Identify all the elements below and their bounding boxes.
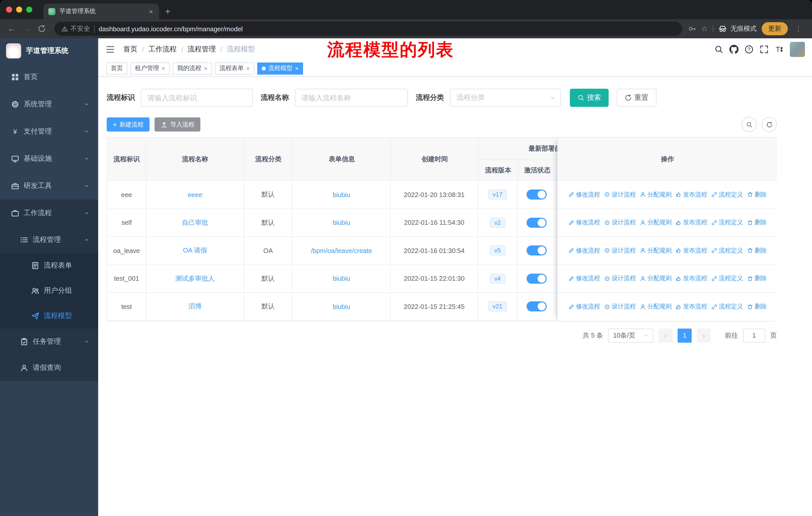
address-bar[interactable]: 不安全 dashboard.yudao.iocoder.cn/bpm/manag… xyxy=(54,22,682,36)
action-definition[interactable]: 流程定义 xyxy=(711,274,743,283)
close-icon[interactable]: × xyxy=(246,65,250,72)
action-delete[interactable]: 删除 xyxy=(747,303,767,311)
tag-process-model[interactable]: 流程模型 × xyxy=(257,62,303,74)
sidebar-item-leave-query[interactable]: 请假查询 xyxy=(0,355,98,381)
help-icon[interactable] xyxy=(745,45,754,54)
active-toggle[interactable] xyxy=(527,190,547,200)
security-indicator[interactable]: 不安全 xyxy=(61,24,90,33)
active-toggle[interactable] xyxy=(527,218,547,228)
action-edit[interactable]: 修改流程 xyxy=(568,303,600,311)
action-delete[interactable]: 删除 xyxy=(747,190,767,199)
action-publish[interactable]: 发布流程 xyxy=(675,274,707,283)
action-design[interactable]: 设计流程 xyxy=(604,274,636,283)
window-zoom-button[interactable] xyxy=(26,6,32,12)
page-size-select[interactable]: 10条/页 xyxy=(608,328,654,343)
breadcrumb-home[interactable]: 首页 xyxy=(123,45,138,54)
process-name-link[interactable]: 滔博 xyxy=(188,302,201,311)
sidebar-item-process-model[interactable]: 流程模型 xyxy=(0,303,98,329)
sidebar-item-system[interactable]: 系统管理 xyxy=(0,91,98,118)
active-toggle[interactable] xyxy=(527,246,547,256)
tab-close-icon[interactable]: × xyxy=(148,7,154,16)
version-badge[interactable]: v17 xyxy=(488,190,507,200)
reset-button[interactable]: 重置 xyxy=(617,89,657,107)
bookmark-star-icon[interactable]: ☆ xyxy=(701,24,708,33)
new-tab-button[interactable]: + xyxy=(165,6,170,17)
avatar[interactable] xyxy=(790,42,805,57)
goto-page-input[interactable] xyxy=(743,328,765,343)
action-edit[interactable]: 修改流程 xyxy=(568,218,600,227)
process-id-input[interactable] xyxy=(141,89,253,107)
font-size-icon[interactable] xyxy=(775,45,784,54)
form-link[interactable]: biubiu xyxy=(333,191,350,198)
version-badge[interactable]: v5 xyxy=(490,246,505,256)
action-assign-rule[interactable]: 分配规则 xyxy=(640,246,671,255)
process-name-link[interactable]: 自己审批 xyxy=(182,218,208,227)
active-toggle[interactable] xyxy=(527,274,547,284)
action-assign-rule[interactable]: 分配规则 xyxy=(640,218,671,227)
action-edit[interactable]: 修改流程 xyxy=(568,274,600,283)
process-name-link[interactable]: eeee xyxy=(188,191,202,198)
action-definition[interactable]: 流程定义 xyxy=(711,190,743,199)
action-edit[interactable]: 修改流程 xyxy=(568,190,600,199)
action-definition[interactable]: 流程定义 xyxy=(711,218,743,227)
action-edit[interactable]: 修改流程 xyxy=(568,246,600,255)
action-design[interactable]: 设计流程 xyxy=(604,246,636,255)
action-definition[interactable]: 流程定义 xyxy=(711,246,743,255)
action-publish[interactable]: 发布流程 xyxy=(675,218,707,227)
tag-process-form[interactable]: 流程表单 × xyxy=(215,62,254,74)
action-design[interactable]: 设计流程 xyxy=(604,190,636,199)
action-definition[interactable]: 流程定义 xyxy=(711,303,743,311)
breadcrumb-workflow[interactable]: 工作流程 xyxy=(148,45,177,54)
search-button[interactable]: 搜索 xyxy=(570,89,609,107)
sidebar-item-devtools[interactable]: 研发工具 xyxy=(0,172,98,199)
process-name-link[interactable]: 测试多审批人 xyxy=(175,274,214,283)
sidebar-item-task-mgmt[interactable]: 任务管理 xyxy=(0,329,98,355)
form-link[interactable]: biubiu xyxy=(333,275,350,282)
process-name-input[interactable] xyxy=(295,89,408,107)
prev-page-button[interactable]: ‹ xyxy=(659,328,672,343)
sidebar-item-process-form[interactable]: 流程表单 xyxy=(0,253,98,278)
tag-home[interactable]: 首页 xyxy=(106,62,127,74)
create-process-button[interactable]: + 新建流程 xyxy=(107,117,149,132)
sidebar-item-payment[interactable]: 支付管理 xyxy=(0,118,98,145)
window-close-button[interactable] xyxy=(6,6,12,12)
action-assign-rule[interactable]: 分配规则 xyxy=(640,190,671,199)
tag-my-process[interactable]: 我的流程 × xyxy=(173,62,212,74)
close-icon[interactable]: × xyxy=(204,65,207,72)
breadcrumb-process-mgmt[interactable]: 流程管理 xyxy=(188,45,216,54)
sidebar-collapse-icon[interactable] xyxy=(105,44,115,54)
next-page-button[interactable]: › xyxy=(697,328,711,343)
password-key-icon[interactable] xyxy=(688,25,696,33)
form-link[interactable]: biubiu xyxy=(333,219,350,226)
action-delete[interactable]: 删除 xyxy=(747,218,767,227)
chrome-update-button[interactable]: 更新 xyxy=(762,22,788,35)
action-assign-rule[interactable]: 分配规则 xyxy=(640,274,671,283)
sidebar-item-infra[interactable]: 基础设施 xyxy=(0,145,98,172)
show-search-button[interactable] xyxy=(742,117,757,132)
version-badge[interactable]: v4 xyxy=(490,274,505,284)
version-badge[interactable]: v2 xyxy=(490,218,505,228)
refresh-table-button[interactable] xyxy=(762,117,777,132)
action-delete[interactable]: 删除 xyxy=(747,246,767,255)
forward-button[interactable]: → xyxy=(20,24,33,33)
action-publish[interactable]: 发布流程 xyxy=(675,190,707,199)
import-process-button[interactable]: 导入流程 xyxy=(154,117,200,132)
sidebar-item-user-group[interactable]: 用户分组 xyxy=(0,278,98,303)
action-publish[interactable]: 发布流程 xyxy=(675,303,707,311)
action-design[interactable]: 设计流程 xyxy=(604,218,636,227)
form-link[interactable]: biubiu xyxy=(333,303,350,310)
window-minimize-button[interactable] xyxy=(16,6,22,12)
close-icon[interactable]: × xyxy=(162,65,165,72)
action-publish[interactable]: 发布流程 xyxy=(675,246,707,255)
close-icon[interactable]: × xyxy=(295,65,298,72)
process-name-link[interactable]: OA 请假 xyxy=(183,246,207,255)
process-category-select[interactable]: 流程分类 xyxy=(450,89,561,107)
browser-menu-icon[interactable]: ⋮ xyxy=(793,25,804,33)
action-delete[interactable]: 删除 xyxy=(747,274,767,283)
search-icon[interactable] xyxy=(714,45,723,54)
browser-tab[interactable]: 芋道管理系统 × xyxy=(43,3,159,19)
fullscreen-icon[interactable] xyxy=(760,45,769,54)
version-badge[interactable]: v21 xyxy=(488,302,507,312)
sidebar-item-home[interactable]: 首页 xyxy=(0,63,98,91)
page-number-current[interactable]: 1 xyxy=(677,328,692,343)
